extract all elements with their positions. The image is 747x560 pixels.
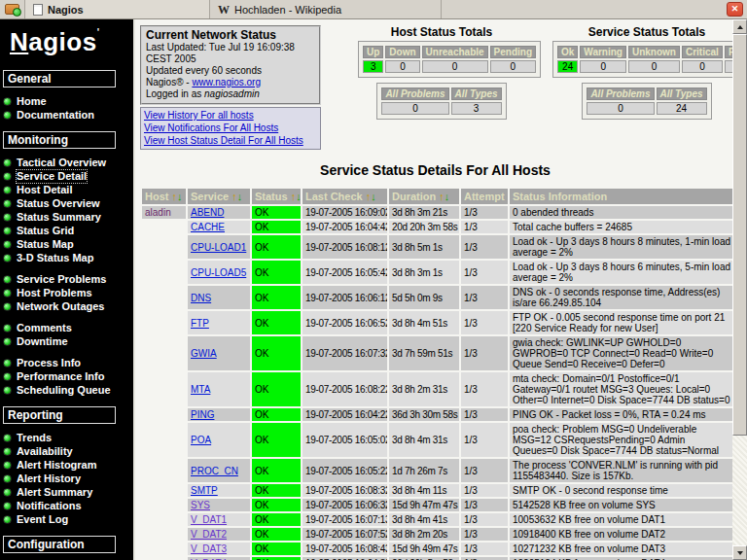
tab-nagios[interactable]: Nagios <box>25 0 210 18</box>
sidebar-item-documentation[interactable]: Documentation <box>0 109 133 122</box>
service-link[interactable]: SYS <box>191 500 210 510</box>
view-history-link[interactable]: View History For all hosts <box>144 110 254 121</box>
status-cell: OK <box>252 286 301 309</box>
service-header-critical[interactable]: Critical <box>682 46 723 58</box>
service-link[interactable]: V_DAT1 <box>191 514 227 525</box>
service-link[interactable]: CACHE <box>191 222 225 232</box>
sidebar-item-home[interactable]: Home <box>0 95 133 109</box>
sort-desc-icon[interactable]: ↓ <box>296 191 301 202</box>
view-host-status-link[interactable]: View Host Status Detail For All Hosts <box>144 135 303 146</box>
sort-desc-icon[interactable]: ↓ <box>371 191 376 202</box>
sidebar-item-host-detail[interactable]: Host Detail <box>0 184 133 197</box>
sidebar-item-tactical-overview[interactable]: Tactical Overview <box>0 157 133 170</box>
sort-desc-icon[interactable]: ↓ <box>177 191 183 202</box>
column-header-last-check[interactable]: Last Check ↑↓ <box>302 189 387 204</box>
service-link[interactable]: V_DAT2 <box>191 529 227 540</box>
view-notifications-link[interactable]: View Notifications For All Hosts <box>144 122 278 133</box>
service-link[interactable]: SMTP <box>191 485 218 496</box>
sidebar-item-status-map[interactable]: Status Map <box>0 238 133 252</box>
sidebar-item-host-problems[interactable]: Host Problems <box>0 287 133 300</box>
service-link[interactable]: PING <box>191 409 214 420</box>
host-header-all-types[interactable]: All Types <box>451 88 502 100</box>
sidebar-item-status-summary[interactable]: Status Summary <box>0 211 133 225</box>
column-header-attempt[interactable]: Attempt ↑↓ <box>461 189 508 204</box>
bullet-icon <box>3 386 12 395</box>
sidebar-item-performance-info[interactable]: Performance Info <box>0 370 133 384</box>
sidebar-item-network-outages[interactable]: Network Outages <box>0 300 133 314</box>
host-header-down[interactable]: Down <box>385 46 419 58</box>
sidebar-item-status-overview[interactable]: Status Overview <box>0 197 133 211</box>
service-header-pending[interactable]: Pending <box>725 46 732 58</box>
sidebar-item-availability[interactable]: Availability <box>0 445 133 459</box>
service-link[interactable]: DNS <box>191 293 211 303</box>
service-link[interactable]: V_DAT3 <box>191 543 227 554</box>
service-header-ok[interactable]: Ok <box>557 46 578 58</box>
service-link[interactable]: CPU-LOAD1 <box>191 242 246 253</box>
service-header-unknown[interactable]: Unknown <box>628 46 680 58</box>
service-link[interactable]: CPU-LOAD5 <box>191 267 246 278</box>
host-header-all-problems[interactable]: All Problems <box>381 88 448 100</box>
host-cell <box>142 221 186 233</box>
sort-desc-icon[interactable]: ↓ <box>237 191 243 202</box>
column-header-duration[interactable]: Duration ↑↓ <box>389 189 459 204</box>
vertical-scrollbar[interactable] <box>732 19 747 560</box>
sidebar-item-service-detail[interactable]: Service Detail <box>0 170 133 184</box>
sidebar-item-3-d-status-map[interactable]: 3-D Status Map <box>0 252 133 265</box>
host-cell <box>142 261 186 284</box>
service-link[interactable]: ABEND <box>191 207 224 218</box>
attempt-cell: 1/3 <box>461 311 508 334</box>
sidebar-item-alert-summary[interactable]: Alert Summary <box>0 486 133 500</box>
status-info-cell: mta check: Domain=0/1 Postoffice=0/1 Gat… <box>510 372 732 406</box>
sidebar-item-notifications[interactable]: Notifications <box>0 500 133 513</box>
table-row: MTAOK19-07-2005 16:08:223d 8h 2m 31s1/3m… <box>142 372 732 406</box>
sidebar-item-downtime[interactable]: Downtime <box>0 335 133 349</box>
host-header-pending[interactable]: Pending <box>490 46 536 58</box>
column-header-status[interactable]: Status ↑↓ <box>252 189 301 204</box>
scrollbar-up-button[interactable] <box>732 19 747 34</box>
tab-wikipedia[interactable]: W Hochladen - Wikipedia <box>210 0 442 18</box>
scrollbar-down-button[interactable] <box>732 545 747 560</box>
service-link[interactable]: PROC_CN <box>191 466 238 476</box>
service-header-all-types[interactable]: All Types <box>657 88 707 100</box>
top-row: Current Network Status Last Updated: Tue… <box>140 19 730 150</box>
service-header-all-problems[interactable]: All Problems <box>587 88 654 100</box>
sidebar-item-label: Status Overview <box>17 197 100 210</box>
service-link[interactable]: GWIA <box>191 348 217 359</box>
service-link[interactable]: MTA <box>191 384 210 395</box>
host-header-unreachable[interactable]: Unreachable <box>422 46 488 58</box>
table-row: CACHEOK19-07-2005 16:04:4220d 20h 3m 58s… <box>142 221 732 233</box>
service-link[interactable]: POA <box>191 435 211 445</box>
sidebar-item-alert-histogram[interactable]: Alert Histogram <box>0 459 133 472</box>
column-header-host[interactable]: Host ↑↓ <box>142 189 186 204</box>
sidebar-item-label: Availability <box>17 445 73 458</box>
host-header-up[interactable]: Up <box>363 46 383 58</box>
sidebar-item-scheduling-queue[interactable]: Scheduling Queue <box>0 384 133 398</box>
host-cell <box>142 499 186 511</box>
view-links-box: View History For all hosts View Notifica… <box>140 107 321 150</box>
logo-text-rest: agios <box>28 27 96 56</box>
sidebar-item-trends[interactable]: Trends <box>0 432 133 445</box>
status-cell: OK <box>252 221 301 233</box>
network-status-title: Current Network Status <box>146 29 315 41</box>
sidebar-item-service-problems[interactable]: Service Problems <box>0 273 133 287</box>
sort-desc-icon[interactable]: ↓ <box>445 191 450 202</box>
attempt-cell: 1/3 <box>461 528 508 541</box>
browser-tab-bar: Nagios W Hochladen - Wikipedia ✕ <box>0 0 747 19</box>
scrollbar-thumb[interactable] <box>732 34 747 436</box>
sidebar-item-alert-history[interactable]: Alert History <box>0 472 133 486</box>
scrollbar-up-icon <box>737 25 743 29</box>
new-tab-button[interactable] <box>0 0 25 18</box>
service-link[interactable]: FTP <box>191 318 209 329</box>
host-cell <box>142 484 186 497</box>
sidebar-item-comments[interactable]: Comments <box>0 322 133 335</box>
nagios-org-link[interactable]: www.nagios.org <box>192 77 261 88</box>
host-link[interactable]: aladin <box>145 207 171 218</box>
sidebar-item-process-info[interactable]: Process Info <box>0 357 133 370</box>
service-cell: SYS <box>188 499 250 511</box>
column-header-service[interactable]: Service ↑↓ <box>188 189 250 204</box>
sidebar-item-event-log[interactable]: Event Log <box>0 513 133 527</box>
service-header-warning[interactable]: Warning <box>580 46 626 58</box>
close-button[interactable]: ✕ <box>727 2 743 17</box>
sidebar-item-label: Alert Summary <box>17 486 92 499</box>
sidebar-item-status-grid[interactable]: Status Grid <box>0 225 133 238</box>
